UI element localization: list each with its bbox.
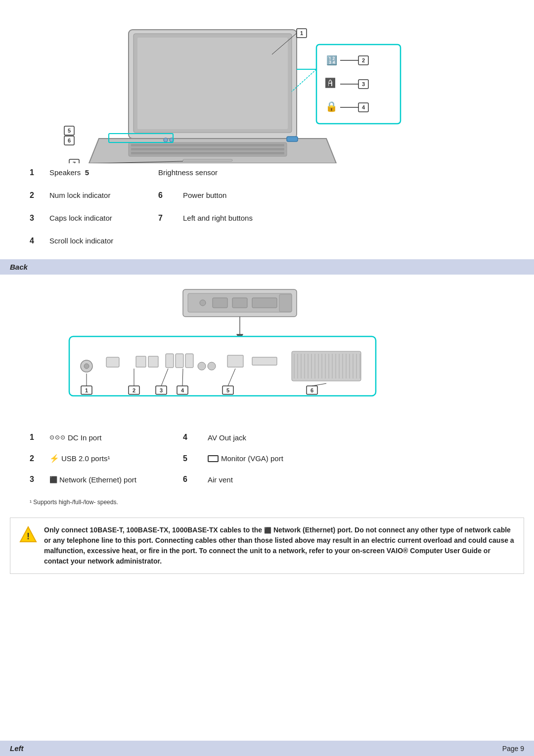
svg-rect-54 — [176, 354, 183, 368]
back-label-av: AV Out jack — [208, 433, 246, 442]
back-label-content-3: ⬛ Network (Ethernet) port — [49, 475, 178, 484]
svg-rect-53 — [166, 354, 174, 368]
back-label-row-1: 1 ⊙⊙⊙ DC In port 4 AV Out jack — [30, 433, 504, 442]
back-header-label: Back — [10, 263, 28, 271]
label-row-2: 2 Num lock indicator 6 Power button — [30, 191, 504, 200]
svg-rect-7 — [131, 152, 284, 154]
svg-text:🔢: 🔢 — [326, 55, 338, 66]
svg-point-40 — [200, 300, 206, 306]
back-label-content-5: Monitor (VGA) port — [208, 454, 336, 463]
svg-text:5: 5 — [226, 387, 229, 393]
back-label-num2-5: 5 — [183, 454, 208, 463]
label-text-leftright: Left and right buttons — [183, 214, 253, 222]
back-label-content-1: ⊙⊙⊙ DC In port — [49, 433, 178, 442]
label-row-3: 3 Caps lock indicator 7 Left and right b… — [30, 214, 504, 223]
label-num-2: 2 — [30, 191, 49, 200]
svg-rect-44 — [279, 294, 292, 312]
svg-text:5: 5 — [68, 128, 71, 134]
vga-icon — [208, 455, 219, 462]
label-text-capslock: Caps lock indicator — [49, 214, 158, 222]
svg-rect-42 — [232, 298, 247, 308]
label-row-1: 1 Speakers 5 Brightness sensor — [30, 168, 504, 177]
back-label-row-2: 2 ⚡ USB 2.0 ports¹ 5 Monitor (VGA) port — [30, 454, 504, 463]
svg-text:4: 4 — [181, 387, 184, 393]
svg-text:🅰: 🅰 — [325, 78, 335, 89]
svg-rect-60 — [292, 351, 361, 381]
svg-rect-59 — [252, 357, 277, 365]
svg-text:!: ! — [27, 531, 30, 541]
back-label-air: Air vent — [208, 475, 233, 484]
svg-point-9 — [164, 138, 168, 142]
label-num2-6: 6 — [158, 191, 183, 200]
label-num2-7: 7 — [158, 214, 183, 223]
dc-icon: ⊙⊙⊙ — [49, 434, 66, 441]
footnote: ¹ Supports high-/full-/low- speeds. — [0, 496, 534, 509]
svg-rect-8 — [183, 159, 232, 161]
svg-text:3: 3 — [362, 81, 365, 87]
warning-text: Only connect 10BASE-T, 100BASE-TX, 1000B… — [44, 525, 515, 567]
svg-point-57 — [208, 362, 216, 370]
svg-point-49 — [84, 364, 89, 369]
top-diagram: 1 5 6 7 🔢 2 🅰 3 🔒 — [0, 0, 534, 163]
page-number-label: Page 9 — [502, 745, 524, 753]
svg-text:3: 3 — [160, 387, 163, 393]
svg-text:1: 1 — [300, 30, 303, 36]
svg-text:7: 7 — [73, 161, 76, 163]
label-num-3: 3 — [30, 214, 49, 223]
svg-text:6: 6 — [311, 387, 313, 393]
footer-left: Left — [10, 744, 24, 753]
label-text-speakers: Speakers 5 — [49, 168, 158, 177]
label-text-brightness: Brightness sensor — [158, 168, 267, 177]
label-num-4: 4 — [30, 236, 49, 245]
svg-rect-5 — [131, 144, 284, 146]
page-footer: Left Page 9 — [0, 741, 534, 756]
label-text-numlock: Num lock indicator — [49, 191, 158, 199]
top-label-list: 1 Speakers 5 Brightness sensor 2 Num loc… — [0, 163, 534, 245]
label-num-1: 1 — [30, 168, 49, 177]
back-label-num2-4: 4 — [183, 433, 208, 442]
warning-icon: ! — [19, 526, 37, 547]
laptop-diagram-svg: 1 5 6 7 🔢 2 🅰 3 🔒 — [30, 15, 504, 163]
back-diagram-svg: 1 2 3 4 5 6 — [44, 284, 490, 423]
label-text-power: Power button — [183, 191, 226, 199]
back-label-content-2: ⚡ USB 2.0 ports¹ — [49, 454, 178, 463]
label-text-scrolllock: Scroll lock indicator — [49, 236, 158, 245]
svg-text:4: 4 — [362, 104, 365, 110]
svg-text:6: 6 — [68, 138, 71, 143]
warning-bold: Only connect 10BASE-T, 100BASE-TX, 1000B… — [44, 526, 514, 565]
network-icon: ⬛ — [49, 476, 57, 483]
svg-rect-55 — [185, 354, 193, 368]
back-label-network: Network (Ethernet) port — [59, 475, 136, 484]
svg-text:🔒: 🔒 — [325, 100, 338, 112]
svg-rect-51 — [136, 356, 146, 367]
back-label-vga: Monitor (VGA) port — [221, 454, 283, 463]
svg-rect-2 — [137, 38, 288, 129]
svg-rect-11 — [287, 137, 298, 142]
footer-section-label: Left — [10, 744, 24, 753]
back-label-num-2: 2 — [30, 454, 49, 463]
back-label-num2-6: 6 — [183, 475, 208, 484]
svg-text:2: 2 — [362, 57, 365, 63]
svg-point-56 — [198, 362, 206, 370]
back-label-num-1: 1 — [30, 433, 49, 442]
back-label-row-3: 3 ⬛ Network (Ethernet) port 6 Air vent — [30, 475, 504, 484]
usb-icon: ⚡ — [49, 454, 59, 463]
svg-text:2: 2 — [133, 387, 135, 393]
back-label-usb: USB 2.0 ports¹ — [61, 454, 110, 463]
svg-rect-52 — [148, 356, 158, 367]
back-section-header: Back — [0, 259, 534, 275]
svg-rect-50 — [106, 357, 119, 367]
svg-rect-58 — [227, 355, 243, 367]
svg-text:1: 1 — [85, 387, 88, 393]
back-label-dc: DC In port — [68, 433, 101, 442]
back-label-num-3: 3 — [30, 475, 49, 484]
back-label-list: 1 ⊙⊙⊙ DC In port 4 AV Out jack 2 ⚡ USB 2… — [0, 428, 534, 484]
svg-rect-6 — [131, 148, 284, 150]
label-row-4: 4 Scroll lock indicator — [30, 236, 504, 245]
footnote-text: ¹ Supports high-/full-/low- speeds. — [30, 499, 118, 506]
back-diagram: 1 2 3 4 5 6 — [0, 275, 534, 428]
svg-rect-41 — [213, 298, 227, 308]
footer-page-number: Page 9 — [502, 745, 524, 753]
svg-rect-43 — [252, 298, 277, 308]
warning-box: ! Only connect 10BASE-T, 100BASE-TX, 100… — [10, 518, 524, 574]
